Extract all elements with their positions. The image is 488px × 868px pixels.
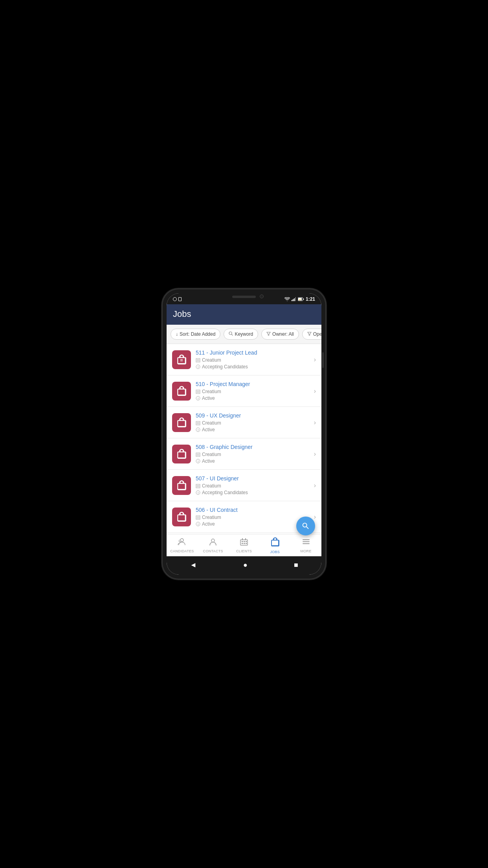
info-icon-510: i (196, 396, 200, 401)
job-company-506: Creatium (196, 515, 311, 520)
job-title-508: 508 - Graphic Designer (196, 444, 311, 450)
info-icon-508: i (196, 459, 200, 463)
svg-text:i: i (198, 366, 198, 368)
svg-rect-17 (197, 360, 198, 361)
clients-icon (240, 537, 248, 548)
svg-rect-36 (197, 454, 198, 454)
svg-marker-10 (267, 332, 270, 335)
job-title-511: 511 - Junior Project Lead (196, 349, 311, 356)
owner-filter[interactable]: Owner: All (261, 329, 299, 340)
svg-rect-63 (242, 543, 243, 544)
info-icon-509: i (196, 427, 200, 432)
status-right: ⚡ 1:21 (284, 296, 315, 302)
svg-text:i: i (198, 491, 198, 494)
keyword-filter[interactable]: Keyword (224, 329, 258, 340)
jobs-nav-label: JOBS (270, 550, 280, 554)
job-info-509: 509 - UX Designer Creatium (196, 412, 311, 432)
company-name-509: Creatium (202, 420, 221, 426)
sort-filter-label: Sort: Date Added (180, 331, 215, 337)
status-circle-icon (173, 297, 177, 301)
job-icon-510 (172, 382, 191, 401)
svg-rect-65 (246, 543, 247, 544)
filter-bar: ↓ Sort: Date Added Keyword Ow (167, 325, 321, 344)
svg-rect-43 (197, 485, 198, 486)
home-button[interactable]: ● (235, 559, 255, 571)
svg-rect-38 (197, 455, 198, 456)
svg-text:⚡: ⚡ (299, 298, 301, 301)
app-header: Jobs (167, 304, 321, 325)
job-icon-511 (172, 350, 191, 369)
svg-rect-45 (197, 486, 198, 487)
recents-button[interactable]: ■ (286, 559, 306, 571)
job-company-510: Creatium (196, 389, 311, 394)
nav-item-contacts[interactable]: CONTACTS (198, 534, 229, 556)
status-bar: ⚡ 1:21 (167, 293, 321, 304)
status-text-508: Active (202, 458, 215, 464)
job-item-509[interactable]: 509 - UX Designer Creatium (167, 407, 321, 438)
building-icon-506 (196, 515, 200, 520)
nav-item-jobs[interactable]: JOBS (259, 534, 290, 556)
job-item-510[interactable]: 510 - Project Manager Creatium (167, 375, 321, 407)
nav-item-clients[interactable]: CLIENTS (229, 534, 260, 556)
svg-marker-11 (308, 332, 311, 335)
job-icon-509 (172, 413, 191, 432)
svg-text:i: i (198, 460, 198, 463)
open-filter-icon (307, 331, 312, 337)
status-text-510: Active (202, 395, 215, 401)
svg-rect-46 (198, 486, 199, 487)
svg-point-57 (179, 540, 181, 542)
svg-rect-44 (198, 485, 199, 486)
battery-icon: ⚡ (298, 297, 304, 301)
search-fab-button[interactable] (296, 517, 315, 535)
svg-point-58 (211, 539, 215, 542)
status-square-icon (178, 297, 182, 301)
info-icon-506: i (196, 522, 200, 526)
job-icon-506 (172, 508, 191, 526)
candidates-nav-label: CANDIDATES (170, 549, 194, 553)
svg-rect-31 (197, 423, 198, 424)
info-icon-511: i (196, 364, 200, 369)
job-title-507: 507 - UI Designer (196, 475, 311, 482)
owner-filter-label: Owner: All (272, 331, 294, 337)
nav-item-more[interactable]: MORE (290, 534, 321, 556)
job-title-506: 506 - UI Contract (196, 507, 311, 513)
svg-rect-67 (245, 538, 246, 540)
chevron-right-icon-511: › (314, 356, 316, 363)
svg-rect-14 (196, 359, 200, 362)
svg-point-8 (229, 332, 232, 335)
building-icon-510 (196, 389, 200, 394)
job-status-507: i Accepting Candidates (196, 490, 311, 495)
owner-filter-icon (266, 331, 271, 337)
job-info-511: 511 - Junior Project Lead Creatium (196, 349, 311, 370)
svg-rect-32 (198, 423, 199, 424)
signal-icon (292, 297, 296, 301)
svg-rect-0 (292, 300, 292, 301)
job-company-509: Creatium (196, 420, 311, 426)
job-info-506: 506 - UI Contract Creatium (196, 507, 311, 527)
open-filter[interactable]: Ope... (302, 329, 321, 340)
job-item-511[interactable]: 511 - Junior Project Lead Creatium (167, 344, 321, 375)
svg-line-9 (232, 335, 233, 336)
more-icon (302, 537, 310, 548)
job-item-508[interactable]: 508 - Graphic Designer Creatium (167, 438, 321, 470)
status-text-511: Accepting Candidates (202, 364, 248, 370)
back-button[interactable]: ◄ (182, 559, 205, 571)
svg-rect-1 (293, 299, 294, 301)
svg-rect-37 (198, 454, 199, 454)
sort-filter[interactable]: ↓ Sort: Date Added (171, 329, 220, 340)
phone-screen: ⚡ 1:21 Jobs ↓ Sort: Date Added (167, 293, 321, 575)
android-nav-bar: ◄ ● ■ (167, 556, 321, 575)
building-icon-509 (196, 421, 200, 425)
job-icon-507 (172, 476, 191, 495)
svg-text:i: i (198, 523, 198, 526)
nav-item-candidates[interactable]: CANDIDATES (167, 534, 198, 556)
wifi-icon (284, 297, 290, 301)
building-icon-508 (196, 452, 200, 457)
svg-rect-39 (198, 455, 199, 456)
job-status-509: i Active (196, 427, 311, 432)
job-item-507[interactable]: 507 - UI Designer Creatium (167, 470, 321, 501)
status-text-509: Active (202, 427, 215, 432)
svg-rect-25 (198, 392, 199, 393)
candidates-icon (178, 537, 186, 548)
job-status-506: i Active (196, 521, 311, 527)
